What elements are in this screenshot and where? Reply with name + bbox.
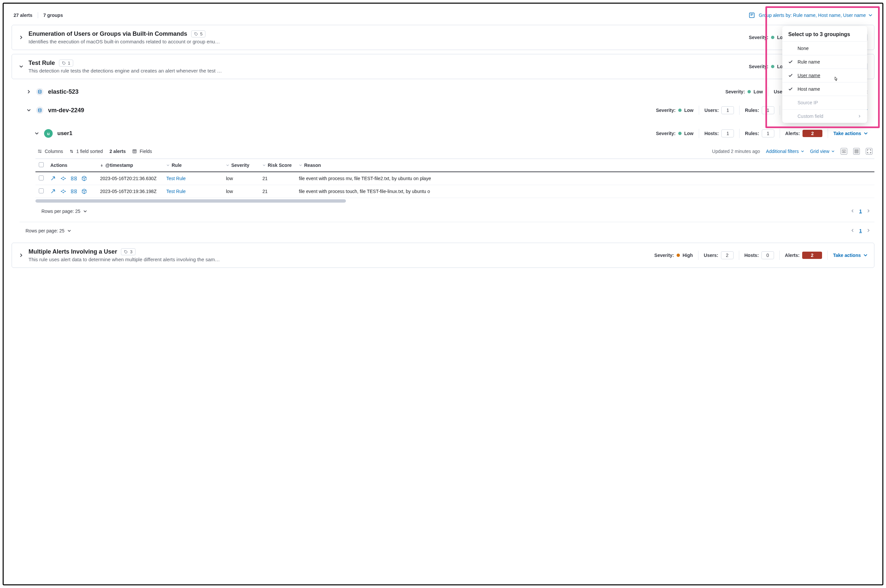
analyzer-icon[interactable] [60, 189, 66, 194]
cell-risk: 21 [259, 185, 296, 198]
cube-icon[interactable] [81, 176, 87, 181]
tag-badge[interactable]: 5 [191, 30, 205, 38]
expand-flyout-icon[interactable] [50, 189, 56, 194]
row-checkbox[interactable] [39, 176, 44, 180]
fields-button[interactable]: Fields [132, 148, 152, 154]
severity-dot-icon [678, 109, 681, 112]
prev-page-button[interactable] [851, 228, 854, 233]
svg-rect-23 [75, 192, 77, 193]
user-avatar-icon: u [44, 129, 53, 138]
row-checkbox[interactable] [39, 188, 44, 194]
rule-title: Test Rule [29, 60, 55, 66]
svg-rect-13 [75, 177, 77, 178]
rule-description: This detection rule tests the detections… [29, 68, 234, 74]
next-page-button[interactable] [866, 208, 871, 214]
group-option-user[interactable]: User name [782, 69, 867, 82]
tag-badge[interactable]: 1 [59, 60, 73, 66]
take-actions-button[interactable]: Take actions [833, 253, 868, 258]
group-option-none[interactable]: None [782, 41, 867, 55]
user-row: u user1 Severity:Low Hosts:1 Rules:1 Ale… [27, 125, 874, 142]
svg-point-4 [38, 109, 41, 110]
rows-per-page-dropdown[interactable]: Rows per page: 25 [41, 208, 87, 214]
columns-button[interactable]: Columns [38, 148, 63, 154]
cell-timestamp: 2023-05-16T20:19:36.198Z [97, 185, 163, 198]
table-icon[interactable] [853, 148, 860, 154]
collapse-icon[interactable] [34, 131, 39, 136]
group-by-label: Group alerts by: Rule name, Host name, U… [759, 13, 866, 18]
chevron-down-icon [166, 164, 170, 167]
rule-card: Test Rule 1 This detection rule tests th… [12, 54, 874, 79]
sort-button[interactable]: 1 field sorted [69, 148, 103, 154]
svg-point-2 [63, 62, 64, 63]
groups-count: 7 groups [44, 13, 63, 18]
severity-dot-icon [748, 90, 751, 93]
additional-filters-dropdown[interactable]: Additional filters [766, 148, 804, 154]
col-reason[interactable]: Reason [296, 159, 874, 172]
rule-title: Enumeration of Users or Groups via Built… [29, 30, 187, 38]
severity-dot-icon [678, 132, 681, 135]
grouping-popover: Select up to 3 groupings None Rule name … [782, 26, 867, 123]
cell-severity: low [223, 172, 259, 185]
svg-rect-20 [71, 190, 73, 191]
rule-description: Identifies the execution of macOS built-… [29, 39, 234, 44]
group-by-dropdown[interactable]: Group alerts by: Rule name, Host name, U… [759, 13, 872, 18]
tag-badge[interactable]: 3 [121, 248, 135, 255]
grid-view-dropdown[interactable]: Grid view [810, 148, 835, 154]
cell-rule-link[interactable]: Test Rule [166, 176, 185, 181]
page-number[interactable]: 1 [859, 208, 862, 214]
take-actions-button[interactable]: Take actions [833, 131, 868, 136]
updated-label: Updated 2 minutes ago [712, 148, 760, 154]
select-all-checkbox[interactable] [39, 162, 44, 167]
svg-rect-12 [71, 177, 73, 178]
fullscreen-icon[interactable] [866, 148, 872, 154]
popover-title: Select up to 3 groupings [782, 26, 867, 41]
database-icon [36, 88, 44, 95]
group-option-rule[interactable]: Rule name [782, 55, 867, 69]
expand-icon[interactable] [26, 89, 32, 94]
tag-icon [62, 61, 66, 65]
session-view-icon[interactable] [71, 189, 77, 194]
col-severity[interactable]: Severity [223, 159, 259, 172]
page-number[interactable]: 1 [859, 228, 862, 233]
expand-icon[interactable] [18, 35, 24, 40]
collapse-icon[interactable] [26, 108, 32, 113]
query-icon[interactable] [749, 12, 755, 18]
expand-icon[interactable] [18, 253, 24, 258]
rows-per-page-dropdown[interactable]: Rows per page: 25 [26, 228, 71, 233]
divider [38, 12, 38, 18]
col-actions: Actions [47, 159, 97, 172]
svg-rect-14 [71, 179, 73, 180]
host-row: vm-dev-2249 Severity:Low Users:1 Rules:1… [20, 102, 874, 119]
svg-rect-22 [71, 192, 73, 193]
keyboard-icon[interactable] [841, 148, 847, 154]
cell-timestamp: 2023-05-16T20:21:36.630Z [97, 172, 163, 185]
cell-severity: low [223, 185, 259, 198]
svg-point-1 [195, 33, 196, 34]
alerts-badge: 2 [802, 252, 822, 259]
group-option-host[interactable]: Host name [782, 82, 867, 96]
cell-reason: file event with process mv, file TEST-fi… [296, 172, 874, 185]
severity-dot-icon [677, 254, 680, 257]
severity-dot-icon [771, 65, 774, 68]
svg-rect-21 [75, 190, 77, 191]
next-page-button[interactable] [866, 228, 871, 233]
prev-page-button[interactable] [851, 208, 854, 214]
expand-flyout-icon[interactable] [50, 176, 56, 181]
group-option-custom[interactable]: Custom field [782, 109, 867, 123]
collapse-icon[interactable] [18, 64, 24, 69]
col-rule[interactable]: Rule [163, 159, 223, 172]
alerts-table: Actions @timestamp Rule Severity Risk Sc… [35, 159, 874, 198]
cell-rule-link[interactable]: Test Rule [166, 189, 185, 194]
severity-label: Severity: [749, 35, 769, 40]
check-icon [788, 73, 793, 78]
host-name: vm-dev-2249 [48, 107, 84, 114]
analyzer-icon[interactable] [60, 176, 66, 181]
cube-icon[interactable] [81, 189, 87, 194]
col-timestamp[interactable]: @timestamp [97, 159, 163, 172]
col-risk[interactable]: Risk Score [259, 159, 296, 172]
chevron-right-icon [858, 114, 861, 119]
session-view-icon[interactable] [71, 177, 77, 180]
svg-point-3 [38, 90, 41, 92]
horizontal-scrollbar[interactable] [35, 199, 874, 202]
rule-title: Multiple Alerts Involving a User [29, 248, 117, 255]
